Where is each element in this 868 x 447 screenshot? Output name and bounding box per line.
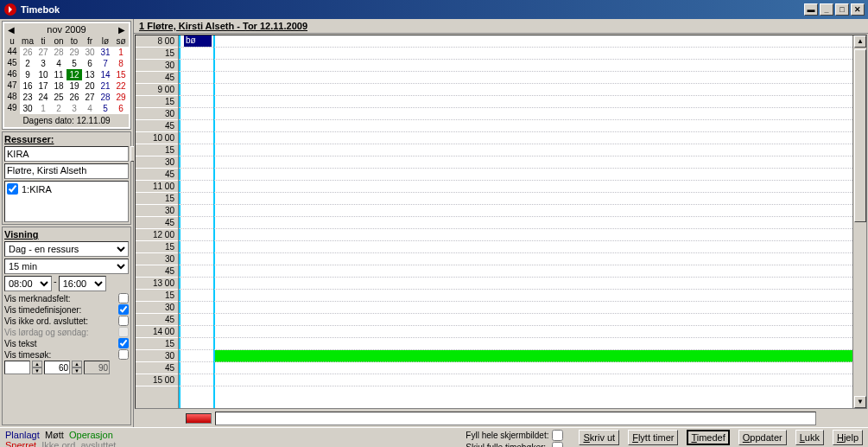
cal-day[interactable]: 9	[20, 69, 35, 80]
grid-row[interactable]	[179, 241, 866, 253]
opt-timesok-check[interactable]	[118, 349, 129, 360]
grid-row[interactable]	[179, 96, 866, 108]
spin-up-2[interactable]: ▲	[72, 361, 82, 367]
grid-row[interactable]	[179, 314, 866, 326]
spin-input-1[interactable]	[4, 361, 30, 374]
grid-row[interactable]	[179, 302, 866, 314]
grid-row[interactable]	[179, 265, 866, 278]
cal-prev-icon[interactable]: ◀	[8, 25, 15, 35]
cal-day[interactable]: 3	[35, 58, 51, 69]
grid-row[interactable]	[179, 144, 866, 156]
cal-day[interactable]: 12	[67, 69, 82, 80]
cal-day[interactable]: 6	[82, 58, 98, 69]
grid-row[interactable]	[179, 48, 866, 60]
timedef-button[interactable]: Timedef	[687, 430, 729, 445]
grid-row[interactable]	[179, 35, 866, 48]
cal-day[interactable]: 2	[20, 58, 35, 69]
opt-tekst-check[interactable]	[118, 338, 129, 348]
cal-day[interactable]: 22	[113, 80, 129, 92]
oppdater-button[interactable]: Oppdater	[738, 430, 787, 445]
cal-day[interactable]: 29	[67, 47, 82, 58]
cal-day[interactable]: 25	[51, 92, 67, 103]
close-button[interactable]: ✕	[851, 3, 865, 16]
cal-next-icon[interactable]: ▶	[118, 25, 125, 35]
skjul-check[interactable]	[552, 442, 563, 447]
vertical-scrollbar[interactable]: ▲ ▼	[852, 35, 866, 408]
scroll-down-icon[interactable]: ▼	[854, 396, 866, 408]
flytt-button[interactable]: Flytt timer	[628, 430, 678, 445]
grid-row[interactable]	[179, 217, 866, 229]
cal-day[interactable]: 24	[35, 92, 51, 103]
cal-day[interactable]: 18	[51, 80, 67, 92]
grid-area[interactable]: bø	[179, 35, 866, 408]
grid-row[interactable]	[179, 350, 866, 362]
end-time-select[interactable]: 16:00	[59, 276, 106, 291]
spin-up-1[interactable]: ▲	[32, 361, 42, 367]
cal-day[interactable]: 1	[35, 103, 51, 114]
mode-select[interactable]: Dag - en ressurs	[4, 241, 129, 257]
grid-row[interactable]	[179, 338, 866, 350]
cal-day[interactable]: 5	[98, 103, 113, 114]
cal-day[interactable]: 2	[51, 103, 67, 114]
status-text-input[interactable]	[215, 412, 816, 425]
scroll-up-icon[interactable]: ▲	[854, 35, 866, 48]
grid-row[interactable]	[179, 205, 866, 217]
resource-checkbox[interactable]	[7, 183, 18, 195]
cal-day[interactable]: 4	[51, 58, 67, 69]
cal-day[interactable]: 19	[67, 80, 82, 92]
cal-day[interactable]: 1	[113, 47, 129, 58]
interval-select[interactable]: 15 min	[4, 259, 129, 274]
hjelp-button[interactable]: Hjelp	[833, 430, 863, 445]
cal-day[interactable]: 8	[113, 58, 129, 69]
cal-day[interactable]: 26	[20, 47, 35, 58]
opt-timedef-check[interactable]	[118, 304, 129, 315]
grid-row[interactable]	[179, 229, 866, 241]
grid-row[interactable]	[179, 60, 866, 72]
cal-day[interactable]: 15	[113, 69, 129, 80]
grid-row[interactable]	[179, 132, 866, 144]
skriv-button[interactable]: Skriv ut	[579, 430, 619, 445]
lukk-button[interactable]: Lukk	[795, 430, 824, 445]
cal-day[interactable]: 7	[98, 58, 113, 69]
grid-row[interactable]	[179, 72, 866, 84]
cal-day[interactable]: 16	[20, 80, 35, 92]
grid-row[interactable]	[179, 84, 866, 96]
minimize-button[interactable]: _	[820, 3, 833, 16]
grid-row[interactable]	[179, 181, 866, 193]
grid-row[interactable]	[179, 374, 866, 386]
dash-button[interactable]: ▬	[804, 3, 818, 16]
scroll-thumb[interactable]	[854, 49, 866, 222]
cal-day[interactable]: 21	[98, 80, 113, 92]
grid-row[interactable]	[179, 290, 866, 302]
grid-row[interactable]	[179, 193, 866, 205]
cal-day[interactable]: 13	[82, 69, 98, 80]
cal-day[interactable]: 11	[51, 69, 67, 80]
grid-row[interactable]	[179, 169, 866, 181]
cal-day[interactable]: 30	[20, 103, 35, 114]
start-time-select[interactable]: 08:00	[4, 276, 52, 291]
cal-day[interactable]: 27	[35, 47, 51, 58]
spin-down-1[interactable]: ▼	[32, 367, 42, 374]
grid-row[interactable]	[179, 108, 866, 120]
cal-day[interactable]: 20	[82, 80, 98, 92]
cal-day[interactable]: 14	[98, 69, 113, 80]
cal-day[interactable]: 3	[67, 103, 82, 114]
opt-merknad-check[interactable]	[118, 293, 129, 303]
cal-day[interactable]: 27	[82, 92, 98, 103]
grid-row[interactable]	[179, 278, 866, 290]
resource-item[interactable]: 1:KIRA	[7, 183, 126, 195]
cal-day[interactable]: 4	[82, 103, 98, 114]
cal-grid[interactable]: 4426272829303114523456784691011121314154…	[4, 47, 129, 114]
cal-day[interactable]: 6	[113, 103, 129, 114]
spin-input-2[interactable]	[44, 361, 70, 374]
resource-input[interactable]	[4, 146, 129, 162]
cal-day[interactable]: 23	[20, 92, 35, 103]
maximize-button[interactable]: □	[835, 3, 849, 16]
cal-day[interactable]: 29	[113, 92, 129, 103]
grid-row[interactable]	[179, 120, 866, 132]
cal-day[interactable]: 5	[67, 58, 82, 69]
cal-day[interactable]: 28	[98, 92, 113, 103]
schedule-body[interactable]: 8 001530459 0015304510 0015304511 001530…	[135, 35, 867, 409]
resource-list[interactable]: 1:KIRA	[4, 181, 129, 222]
grid-row[interactable]	[179, 362, 866, 374]
